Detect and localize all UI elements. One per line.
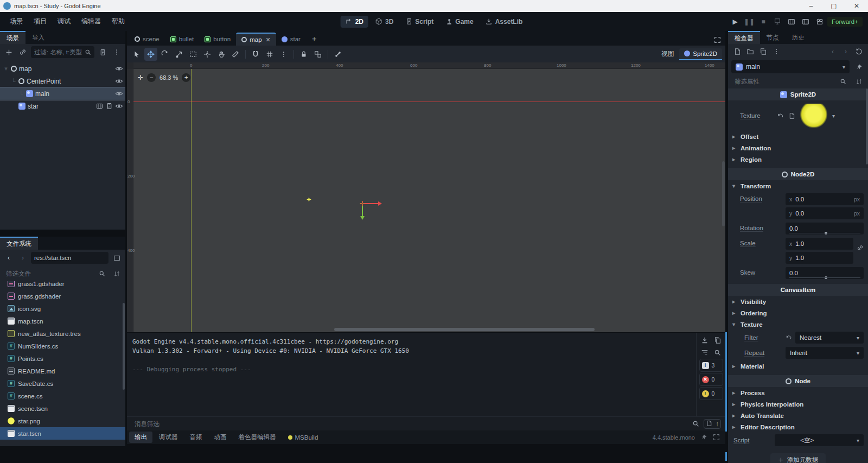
zoom-out-button[interactable]: −: [147, 73, 156, 82]
property-filter-field[interactable]: [731, 75, 850, 87]
group-process[interactable]: ▸Process: [728, 387, 868, 398]
load-resource-button[interactable]: [744, 46, 756, 58]
bottom-tab-debugger[interactable]: 调试器: [154, 432, 183, 443]
bottom-tab-audio[interactable]: 音频: [184, 432, 208, 443]
bottom-tab-output[interactable]: 输出: [129, 432, 152, 443]
attach-script-button[interactable]: [97, 46, 108, 58]
group-animation[interactable]: ▸Animation: [728, 142, 868, 154]
mode-3d[interactable]: 3D: [371, 16, 398, 28]
gizmo-x-axis[interactable]: [365, 203, 379, 204]
revert-icon[interactable]: [777, 112, 784, 119]
rect-select-button[interactable]: [187, 48, 200, 61]
zoom-in-button[interactable]: +: [182, 73, 190, 82]
movie-mode-button[interactable]: [813, 16, 826, 28]
menu-project[interactable]: 项目: [28, 15, 52, 28]
menu-help[interactable]: 帮助: [106, 15, 130, 28]
file-row[interactable]: #NumSliders.cs: [0, 340, 125, 352]
scale-y-field[interactable]: y 1.0: [786, 252, 853, 264]
skew-field[interactable]: 0.0: [786, 267, 864, 279]
instance-scene-button[interactable]: [17, 46, 29, 58]
resource-menu-button[interactable]: [770, 46, 782, 58]
ruler-tool-button[interactable]: [229, 48, 242, 61]
zoom-percent[interactable]: 68.3 %: [159, 74, 178, 81]
save-resource-button[interactable]: [757, 46, 769, 58]
scene-filter-field[interactable]: [31, 46, 94, 58]
lock-object-button[interactable]: [297, 48, 310, 61]
scale-tool-button[interactable]: [173, 48, 186, 61]
skeleton-options-button[interactable]: [331, 48, 344, 61]
edited-object-dropdown[interactable]: main ▾: [731, 60, 850, 73]
scene-tree-menu-button[interactable]: [111, 46, 123, 58]
scale-link-icon[interactable]: [857, 238, 864, 251]
viewport-2d[interactable]: 0 200 400 600 800 1000 1200 1400 0 200 4…: [127, 62, 725, 332]
play-button[interactable]: ▶: [729, 16, 742, 28]
filter-dropdown[interactable]: Nearest ▾: [795, 332, 864, 344]
close-button[interactable]: ✕: [845, 0, 868, 12]
property-filter-input[interactable]: [735, 78, 838, 85]
file-row[interactable]: new_atlas_texture.tres: [0, 327, 125, 340]
file-row[interactable]: grass.gdshader: [0, 290, 125, 302]
tab-import-dock[interactable]: 导入: [25, 31, 51, 44]
group-ordering[interactable]: ▸Ordering: [728, 307, 868, 319]
file-row[interactable]: README.md: [0, 365, 125, 377]
add-node-button[interactable]: [3, 46, 15, 58]
inspector-scrollbar[interactable]: [866, 88, 868, 164]
instanced-scene-icon[interactable]: [95, 103, 103, 110]
messages-filter-toggle[interactable]: i 3: [699, 359, 723, 372]
group-editor-description[interactable]: ▸Editor Description: [728, 421, 868, 433]
menu-debug[interactable]: 调试: [52, 15, 76, 28]
match-case-toggle[interactable]: [706, 420, 712, 428]
menu-editor[interactable]: 编辑器: [76, 15, 106, 28]
mode-game[interactable]: Game: [441, 16, 478, 28]
collapse-duplicates-button[interactable]: [699, 347, 710, 358]
star-sprite[interactable]: [307, 197, 311, 202]
pan-tool-button[interactable]: [215, 48, 228, 61]
texture-thumbnail[interactable]: [800, 104, 828, 128]
dock-splitter[interactable]: [725, 452, 727, 461]
position-y-field[interactable]: y 0.0 px: [786, 207, 864, 219]
scene-tab-active[interactable]: map ✕: [236, 33, 276, 46]
tree-row-main[interactable]: └ main: [0, 87, 125, 100]
file-row[interactable]: grass1.gdshader: [0, 281, 125, 290]
play-custom-scene-button[interactable]: [799, 16, 812, 28]
pin-object-button[interactable]: [853, 61, 865, 73]
gizmo-center[interactable]: ✛: [360, 201, 365, 206]
edit-resource-icon[interactable]: [788, 112, 795, 119]
group-visibility[interactable]: ▸Visibility: [728, 296, 868, 307]
select-tool-button[interactable]: [130, 48, 143, 61]
group-transform[interactable]: ▾Transform: [728, 180, 868, 192]
scale-x-field[interactable]: x 1.0: [786, 238, 853, 250]
play-scene-button[interactable]: [785, 16, 798, 28]
revert-icon[interactable]: [786, 334, 792, 341]
group-region[interactable]: ▸Region: [728, 154, 868, 165]
fs-path-input[interactable]: [34, 255, 105, 261]
history-menu-button[interactable]: [853, 46, 865, 58]
scene-tab[interactable]: bullet: [165, 33, 200, 46]
group-texture[interactable]: ▾Texture: [728, 319, 868, 330]
stop-button[interactable]: ■: [757, 16, 770, 28]
repeat-dropdown[interactable]: Inherit ▾: [786, 347, 864, 359]
snap-options-button[interactable]: [277, 48, 290, 61]
attached-script-icon[interactable]: [105, 103, 113, 110]
scroll-to-end-toggle[interactable]: ↑: [716, 420, 719, 428]
view-menu-button[interactable]: 视图: [657, 48, 678, 60]
message-filter-input[interactable]: [135, 421, 685, 427]
maximize-button[interactable]: ▢: [822, 0, 845, 12]
file-row[interactable]: #Points.cs: [0, 352, 125, 365]
tree-row-star[interactable]: star: [0, 100, 125, 112]
errors-filter-toggle[interactable]: ✕ 0: [699, 373, 723, 386]
tab-history[interactable]: 历史: [786, 31, 811, 44]
fs-split-mode-button[interactable]: [111, 252, 123, 264]
scene-tab[interactable]: star: [276, 33, 306, 46]
grid-snap-button[interactable]: [263, 48, 276, 61]
scene-tab[interactable]: button: [199, 33, 236, 46]
fs-sort-button[interactable]: [111, 268, 123, 280]
minimize-button[interactable]: –: [800, 0, 822, 12]
expander-icon[interactable]: ▾: [3, 65, 9, 72]
file-row[interactable]: icon.svg: [0, 302, 125, 315]
clear-output-button[interactable]: [699, 335, 710, 346]
add-metadata-button[interactable]: 添加元数据: [770, 453, 826, 463]
scene-tab[interactable]: scene: [129, 33, 165, 46]
file-row[interactable]: #scene.cs: [0, 390, 125, 402]
new-resource-button[interactable]: [731, 46, 743, 58]
